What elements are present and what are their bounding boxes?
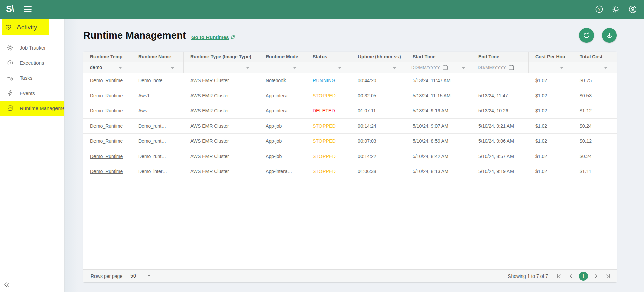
sidebar-footer bbox=[0, 277, 64, 292]
cell-mode: App-intera… bbox=[259, 88, 306, 103]
cell-end: 5/13/24, 11:47 … bbox=[471, 88, 529, 103]
cell-mode: App-job bbox=[259, 149, 306, 164]
cell-status: RUNNING bbox=[306, 73, 351, 88]
cell-value: Demo_inter… bbox=[138, 169, 167, 174]
calendar-icon[interactable] bbox=[442, 65, 448, 70]
cell-start: 5/10/24, 9:07 AM bbox=[406, 119, 471, 133]
cell-name: Demo_runt… bbox=[131, 119, 184, 133]
svg-text:?: ? bbox=[598, 7, 600, 12]
filter-icon[interactable] bbox=[169, 65, 175, 69]
filter-input-runtime-temp[interactable] bbox=[90, 65, 112, 70]
first-page-button[interactable] bbox=[555, 272, 564, 281]
runtime-template-link[interactable]: Demo_Runtime bbox=[90, 123, 123, 129]
runtime-template-link[interactable]: Demo_Runtime bbox=[90, 78, 123, 83]
filter-cell-status bbox=[306, 62, 351, 73]
job-tracker-icon bbox=[7, 44, 13, 51]
pagination-summary: Showing 1 to 7 of 7 bbox=[508, 273, 548, 279]
filter-icon[interactable] bbox=[603, 65, 609, 69]
cell-end: 5/10/24, 9:06 AM bbox=[471, 134, 529, 149]
go-to-runtimes-link[interactable]: Go to Runtimes bbox=[191, 34, 235, 40]
cell-start: 5/13/24, 11:47 AM bbox=[406, 73, 471, 88]
column-header-runtime-temp[interactable]: Runtime Temp bbox=[83, 52, 131, 62]
rows-per-page-select[interactable]: 50 bbox=[130, 272, 152, 280]
status-badge: STOPPED bbox=[313, 169, 336, 174]
sidebar-item-tasks[interactable]: Tasks bbox=[0, 70, 64, 86]
date-filter-placeholder: DD/MM/YYYY bbox=[411, 65, 440, 70]
cell-template: Demo_Runtime bbox=[83, 73, 131, 88]
filter-icon[interactable] bbox=[337, 65, 343, 69]
gear-icon[interactable] bbox=[612, 5, 620, 13]
last-page-button[interactable] bbox=[603, 272, 612, 281]
cell-value: Demo_runt… bbox=[138, 154, 166, 159]
runtime-template-link[interactable]: Demo_Runtime bbox=[90, 138, 123, 144]
cell-value: $0.24 bbox=[580, 123, 592, 129]
filter-cell-cost-per-hou bbox=[529, 62, 573, 73]
column-header-cost-per-hou[interactable]: Cost Per Hou bbox=[529, 52, 573, 62]
date-filter[interactable]: DD/MM/YYYY bbox=[478, 65, 514, 70]
cell-value: 5/10/24, 8:42 AM bbox=[413, 154, 448, 159]
filter-icon[interactable] bbox=[245, 65, 251, 69]
column-header-runtime-mode[interactable]: Runtime Mode bbox=[259, 52, 306, 62]
filter-icon[interactable] bbox=[461, 65, 466, 69]
cell-value: $1.02 bbox=[535, 154, 547, 159]
table-row: Demo_RuntimeDemo_note…AWS EMR ClusterNot… bbox=[83, 73, 617, 88]
cell-type: AWS EMR Cluster bbox=[184, 73, 259, 88]
next-page-button[interactable] bbox=[591, 272, 600, 281]
topbar: S\ ? bbox=[0, 0, 644, 19]
account-icon[interactable] bbox=[629, 5, 637, 13]
cell-status: DELETED bbox=[306, 103, 351, 118]
column-header-uptime-hh-mm-ss[interactable]: Uptime (hh:mm:ss) bbox=[351, 52, 406, 62]
column-header-runtime-name[interactable]: Runtime Name bbox=[131, 52, 184, 62]
column-header-label: Runtime Temp bbox=[90, 54, 122, 59]
sidebar-item-job-tracker[interactable]: Job Tracker bbox=[0, 40, 64, 55]
sidebar-item-runtime-management[interactable]: Runtime Management bbox=[0, 101, 64, 116]
cell-value: App-intera… bbox=[266, 93, 292, 98]
table-filter-row: DD/MM/YYYY DD/MM/YYYY bbox=[83, 62, 617, 73]
filter-icon[interactable] bbox=[117, 65, 123, 69]
table-footer: Rows per page 50 Showing 1 to 7 of 7 bbox=[83, 269, 617, 282]
runtime-template-link[interactable]: Demo_Runtime bbox=[90, 108, 123, 113]
cell-total_cost: $0.24 bbox=[573, 119, 617, 133]
cell-start: 5/13/24, 11:15 AM bbox=[406, 88, 471, 103]
cell-end bbox=[471, 73, 529, 88]
refresh-button[interactable] bbox=[579, 28, 594, 43]
cell-value: AWS EMR Cluster bbox=[190, 108, 229, 113]
column-header-total-cost[interactable]: Total Cost bbox=[573, 52, 617, 62]
cell-value: $1.12 bbox=[580, 108, 592, 113]
runtime-template-link[interactable]: Demo_Runtime bbox=[90, 93, 123, 98]
cell-value: $0.53 bbox=[580, 93, 592, 98]
sidebar-nav: Job Tracker Executions bbox=[0, 40, 64, 116]
column-header-label: Cost Per Hou bbox=[535, 54, 565, 59]
cell-type: AWS EMR Cluster bbox=[184, 88, 259, 103]
date-filter[interactable]: DD/MM/YYYY bbox=[411, 65, 448, 70]
help-icon[interactable]: ? bbox=[595, 5, 603, 13]
sidebar-item-executions[interactable]: Executions bbox=[0, 55, 64, 70]
cell-value: 5/10/24, 9:19 AM bbox=[478, 169, 514, 174]
filter-icon[interactable] bbox=[559, 65, 565, 69]
collapse-sidebar-icon[interactable] bbox=[3, 282, 11, 288]
column-header-start-time[interactable]: Start Time bbox=[406, 52, 471, 62]
status-badge: STOPPED bbox=[313, 93, 336, 98]
calendar-icon[interactable] bbox=[508, 65, 514, 70]
filter-icon[interactable] bbox=[392, 65, 397, 69]
sidebar-section-activity[interactable]: Activity bbox=[2, 19, 49, 35]
runtime-template-link[interactable]: Demo_Runtime bbox=[90, 154, 123, 159]
cell-total_cost: $0.53 bbox=[573, 88, 617, 103]
filter-icon[interactable] bbox=[292, 65, 298, 69]
previous-page-button[interactable] bbox=[567, 272, 576, 281]
cell-total_cost: $0.24 bbox=[573, 149, 617, 164]
runtime-template-link[interactable]: Demo_Runtime bbox=[90, 169, 123, 174]
current-page-badge[interactable]: 1 bbox=[579, 272, 588, 281]
cell-type: AWS EMR Cluster bbox=[184, 164, 259, 179]
download-button[interactable] bbox=[602, 28, 617, 43]
cell-template: Demo_Runtime bbox=[83, 88, 131, 103]
cell-template: Demo_Runtime bbox=[83, 164, 131, 179]
column-header-end-time[interactable]: End Time bbox=[471, 52, 529, 62]
sidebar-item-events[interactable]: Events bbox=[0, 86, 64, 101]
column-header-status[interactable]: Status bbox=[306, 52, 351, 62]
cell-value: 5/13/24, 11:15 AM bbox=[413, 93, 451, 98]
column-header-runtime-type-image-type[interactable]: Runtime Type (Image Type) bbox=[184, 52, 259, 62]
cell-type: AWS EMR Cluster bbox=[184, 119, 259, 133]
hamburger-menu-icon[interactable] bbox=[24, 6, 32, 12]
cell-value: Notebook bbox=[266, 78, 286, 83]
